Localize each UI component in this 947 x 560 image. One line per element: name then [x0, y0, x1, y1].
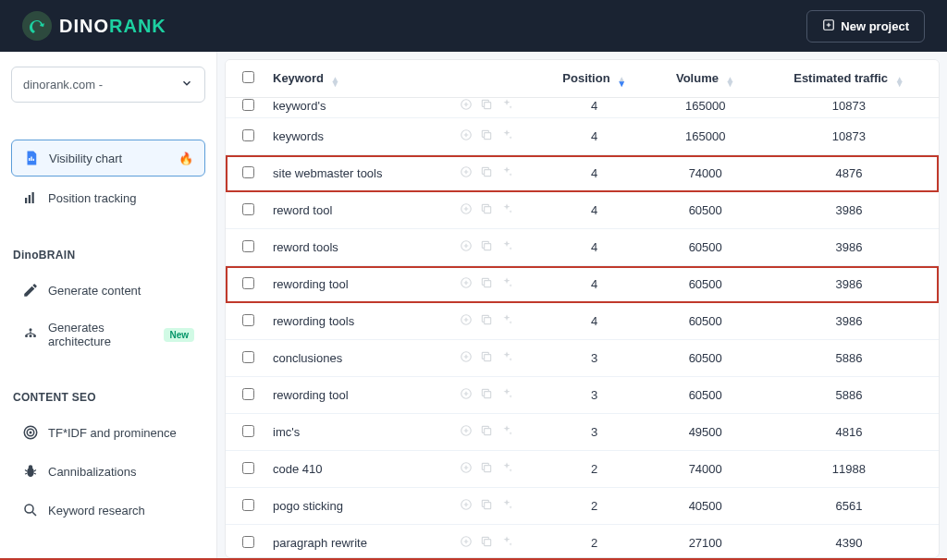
keyword-text: rewording tool [273, 277, 349, 291]
add-icon[interactable] [460, 387, 473, 403]
add-icon[interactable] [460, 535, 473, 551]
svg-rect-39 [485, 540, 491, 546]
add-icon[interactable] [460, 165, 473, 181]
keyword-text: keyword's [273, 99, 326, 113]
copy-icon[interactable] [480, 128, 493, 144]
sparkle-icon[interactable] [500, 461, 513, 477]
add-icon[interactable] [460, 350, 473, 366]
col-position[interactable]: Position ▲▼ [537, 60, 652, 98]
sparkle-icon[interactable] [500, 165, 513, 181]
select-all-checkbox[interactable] [242, 71, 254, 83]
row-checkbox[interactable] [242, 536, 254, 548]
copy-icon[interactable] [480, 387, 493, 403]
traffic-cell: 11988 [759, 451, 939, 488]
row-checkbox[interactable] [242, 99, 254, 111]
copy-icon[interactable] [480, 165, 493, 181]
svg-rect-25 [485, 281, 491, 287]
copy-icon[interactable] [480, 498, 493, 514]
svg-rect-17 [485, 133, 491, 140]
add-icon[interactable] [460, 276, 473, 292]
traffic-cell: 10873 [759, 98, 939, 118]
copy-icon[interactable] [480, 98, 493, 114]
row-actions [460, 128, 513, 144]
position-cell: 2 [537, 451, 652, 488]
logo-text: DINORANK [59, 16, 166, 37]
sparkle-icon[interactable] [500, 239, 513, 255]
sidebar-item-visibility-chart[interactable]: Visibility chart🔥 [11, 140, 205, 177]
row-checkbox[interactable] [242, 203, 254, 215]
sidebar-item-cannibalizations[interactable]: Cannibalizations [11, 454, 205, 489]
volume-cell: 40500 [652, 488, 759, 525]
keyword-text: imc's [273, 425, 300, 439]
row-checkbox[interactable] [242, 166, 254, 178]
nav-label: Generate content [48, 284, 141, 298]
add-icon[interactable] [460, 98, 473, 114]
new-badge: New [164, 328, 194, 342]
sidebar-item-generates-architecture[interactable]: Generates architectureNew [11, 311, 205, 358]
sparkle-icon[interactable] [500, 202, 513, 218]
copy-icon[interactable] [480, 535, 493, 551]
keyword-text: reword tool [273, 203, 332, 217]
new-project-button[interactable]: New project [806, 10, 925, 43]
sparkle-icon[interactable] [500, 387, 513, 403]
add-icon[interactable] [460, 498, 473, 514]
copy-icon[interactable] [480, 313, 493, 329]
sparkle-icon[interactable] [500, 313, 513, 329]
sidebar-item-tf-idf-and-prominence[interactable]: TF*IDF and prominence [11, 415, 205, 450]
magnify-icon [22, 502, 39, 518]
sparkle-icon[interactable] [500, 424, 513, 440]
add-icon[interactable] [460, 239, 473, 255]
bug-icon [22, 463, 39, 480]
add-icon[interactable] [460, 128, 473, 144]
table-row: rewording tool 3 60500 5886 [226, 377, 939, 414]
col-keyword[interactable]: Keyword ▲▼ [264, 60, 537, 98]
position-cell: 4 [537, 118, 652, 155]
copy-icon[interactable] [480, 424, 493, 440]
position-cell: 2 [537, 488, 652, 525]
copy-icon[interactable] [480, 461, 493, 477]
copy-icon[interactable] [480, 350, 493, 366]
sidebar-item-keyword-research[interactable]: Keyword research [11, 493, 205, 528]
row-checkbox[interactable] [242, 351, 254, 363]
keyword-text: rewording tool [273, 388, 349, 402]
add-icon[interactable] [460, 461, 473, 477]
main-content: Keyword ▲▼ Position ▲▼ Volume ▲▼ Estimat… [225, 59, 940, 558]
nodes-icon [22, 326, 39, 343]
sparkle-icon[interactable] [500, 98, 513, 114]
sparkle-icon[interactable] [500, 350, 513, 366]
volume-cell: 74000 [652, 451, 759, 488]
row-checkbox[interactable] [242, 129, 254, 141]
row-checkbox[interactable] [242, 499, 254, 511]
traffic-cell: 3986 [759, 303, 939, 340]
row-checkbox[interactable] [242, 388, 254, 400]
row-checkbox[interactable] [242, 240, 254, 252]
add-icon[interactable] [460, 424, 473, 440]
volume-cell: 27100 [652, 525, 759, 559]
volume-cell: 165000 [652, 118, 759, 155]
add-icon[interactable] [460, 313, 473, 329]
sparkle-icon[interactable] [500, 498, 513, 514]
row-actions [460, 350, 513, 366]
sort-icon: ▲▼ [895, 77, 904, 86]
logo[interactable]: DINORANK [22, 11, 166, 41]
domain-selector[interactable]: dinorank.com - [11, 67, 205, 103]
copy-icon[interactable] [480, 239, 493, 255]
sparkle-icon[interactable] [500, 535, 513, 551]
col-traffic[interactable]: Estimated traffic ▲▼ [759, 60, 939, 98]
sparkle-icon[interactable] [500, 128, 513, 144]
copy-icon[interactable] [480, 276, 493, 292]
row-checkbox[interactable] [242, 462, 254, 474]
sidebar-item-generate-content[interactable]: Generate content [11, 273, 205, 308]
table-row: site webmaster tools 4 74000 4876 [226, 155, 939, 192]
sidebar-item-position-tracking[interactable]: Position tracking [11, 180, 205, 215]
col-volume[interactable]: Volume ▲▼ [652, 60, 759, 98]
add-icon[interactable] [460, 202, 473, 218]
svg-rect-2 [29, 195, 31, 203]
copy-icon[interactable] [480, 202, 493, 218]
row-checkbox[interactable] [242, 277, 254, 289]
row-checkbox[interactable] [242, 425, 254, 437]
row-checkbox[interactable] [242, 314, 254, 326]
svg-rect-23 [485, 244, 491, 250]
bars-icon [22, 189, 39, 206]
sparkle-icon[interactable] [500, 276, 513, 292]
